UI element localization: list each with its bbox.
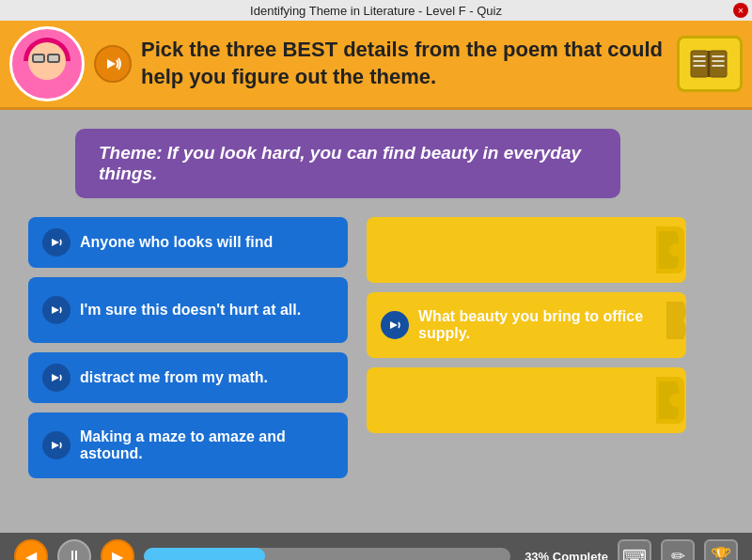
instruction-text: Pick the three BEST details from the poe… — [141, 37, 667, 90]
svg-rect-1 — [691, 51, 708, 77]
puzzle-notch-2 — [666, 302, 689, 343]
answer-4-text: Making a maze to amaze and astound. — [80, 428, 334, 462]
progress-label: 33% Complete — [525, 550, 608, 561]
answer-section: Anyone who looks will find I'm sure this… — [28, 217, 724, 478]
theme-text: Theme: If you look hard, you can find be… — [99, 143, 597, 184]
answer-3-text: distract me from my math. — [80, 369, 268, 386]
audio-icon-drop-2[interactable] — [381, 311, 409, 339]
audio-icon-2[interactable] — [42, 296, 70, 324]
drop-zone-2[interactable]: What beauty you bring to office supply. — [367, 292, 686, 358]
theme-banner: Theme: If you look hard, you can find be… — [75, 129, 620, 198]
drop-zone-3[interactable] — [367, 367, 686, 433]
progress-bar — [144, 548, 510, 560]
answer-2[interactable]: I'm sure this doesn't hurt at all. — [28, 277, 348, 343]
audio-icon-4[interactable] — [42, 431, 70, 459]
close-button[interactable]: × — [733, 3, 748, 18]
answer-1[interactable]: Anyone who looks will find — [28, 217, 348, 268]
audio-button-header[interactable] — [94, 45, 132, 83]
audio-icon-3[interactable] — [42, 364, 70, 392]
answer-2-text: I'm sure this doesn't hurt at all. — [80, 302, 301, 319]
puzzle-notch-3 — [656, 377, 684, 424]
title-bar: Identifying Theme in Literature - Level … — [0, 0, 752, 21]
pause-button[interactable]: ⏸ — [57, 539, 91, 560]
answer-4[interactable]: Making a maze to amaze and astound. — [28, 412, 348, 478]
svg-marker-11 — [52, 306, 59, 314]
prev-button[interactable]: ◀ — [14, 539, 48, 560]
answer-1-text: Anyone who looks will find — [80, 234, 273, 251]
svg-marker-13 — [52, 442, 59, 449]
puzzle-notch-1 — [656, 226, 684, 273]
bottom-bar: ◀ ⏸ ▶ 33% Complete ⌨ ✏ 🏆 — [0, 533, 752, 560]
avatar-face — [28, 42, 66, 80]
main-content: Theme: If you look hard, you can find be… — [0, 110, 752, 533]
svg-marker-15 — [390, 321, 398, 329]
answer-choices: Anyone who looks will find I'm sure this… — [28, 217, 348, 478]
answer-3[interactable]: distract me from my math. — [28, 352, 348, 403]
svg-marker-10 — [52, 239, 59, 246]
audio-icon-1[interactable] — [42, 228, 70, 257]
pencil-button[interactable]: ✏ — [661, 539, 695, 560]
svg-marker-0 — [107, 59, 116, 69]
progress-fill — [144, 548, 265, 560]
window-title: Identifying Theme in Literature - Level … — [250, 4, 502, 18]
avatar — [9, 26, 85, 101]
drop-zones: What beauty you bring to office supply. — [367, 217, 686, 478]
svg-marker-12 — [52, 374, 59, 381]
svg-rect-3 — [710, 51, 727, 77]
drop-zone-1[interactable] — [367, 217, 686, 283]
drop-zone-2-text: What beauty you bring to office supply. — [418, 308, 672, 342]
keyboard-button[interactable]: ⌨ — [618, 539, 651, 560]
next-button[interactable]: ▶ — [101, 539, 134, 560]
header: Pick the three BEST details from the poe… — [0, 21, 752, 110]
book-button[interactable] — [677, 36, 743, 92]
trophy-button[interactable]: 🏆 — [704, 539, 738, 560]
